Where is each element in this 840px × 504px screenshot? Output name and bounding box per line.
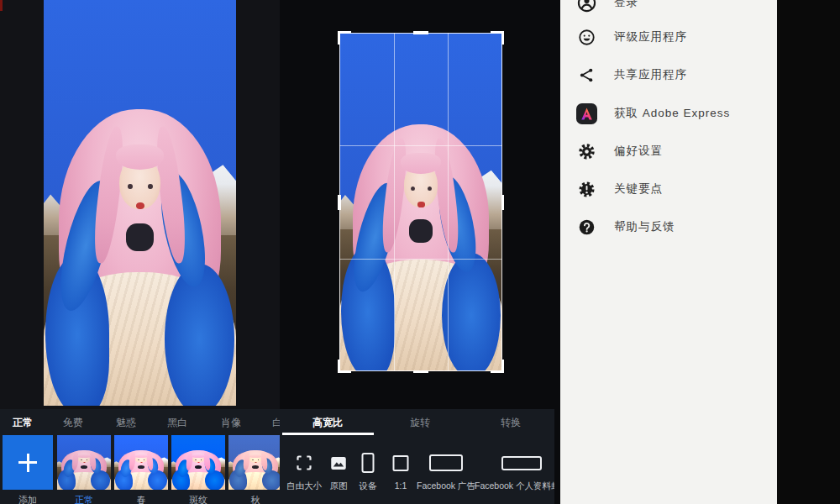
looks-tab-portrait[interactable]: 肖像 [221, 412, 241, 433]
crop-frame[interactable] [339, 33, 502, 371]
menu-item-share-app[interactable]: 共享应用程序 [560, 56, 777, 93]
plus-icon [18, 454, 37, 472]
crop-handle-bottom[interactable] [413, 370, 428, 374]
aspect-1-1[interactable]: 1:1 [393, 453, 409, 491]
aspect-device[interactable]: 设备 [360, 453, 377, 492]
crop-tab-rotate[interactable]: 旋转 [410, 412, 430, 433]
look-thumb-stripe[interactable]: 斑纹 [171, 435, 225, 504]
smiley-icon [575, 26, 597, 48]
add-look-button[interactable] [3, 435, 53, 490]
menu-item-key-points[interactable]: 关键要点 [560, 171, 777, 207]
menu-item-label: 共享应用程序 [614, 67, 687, 82]
aspect-label: 原图 [330, 480, 348, 492]
menu-item-get-adobe-express[interactable]: 获取 Adobe Express [560, 95, 777, 132]
crop-tab-transform[interactable]: 转换 [501, 412, 521, 433]
crop-handle-bottom-right[interactable] [491, 360, 504, 373]
look-thumb-label: 春 [114, 494, 168, 504]
crop-handle-left[interactable] [338, 195, 341, 210]
photo-eye-left [128, 184, 133, 189]
look-thumb-normal[interactable]: 正常 [57, 435, 111, 504]
crop-handle-top[interactable] [413, 31, 428, 34]
free-size-icon [296, 453, 312, 473]
crop-handle-right[interactable] [501, 195, 505, 210]
menu-item-label: 获取 Adobe Express [614, 106, 730, 121]
adobe-express-icon [575, 102, 597, 124]
menu-item-label: 帮助与反馈 [614, 219, 675, 234]
crop-editor-pane: 高宽比 旋转 转换 自由大小 原图 [280, 0, 560, 504]
crop-canvas[interactable] [339, 33, 502, 371]
look-thumb-image [171, 435, 225, 490]
crop-handle-top-left[interactable] [338, 31, 351, 45]
aspect-label: 1:1 [395, 480, 407, 491]
photo-bangs [116, 144, 164, 170]
menu-item-preferences[interactable]: 偏好设置 [560, 133, 777, 170]
share-icon [575, 64, 597, 86]
fb-ad-ratio-icon [429, 453, 463, 473]
looks-tab-free[interactable]: 免费 [63, 412, 83, 433]
photo-hair-blue-bottom-right [165, 264, 234, 406]
photo-eye-right [148, 184, 153, 189]
look-thumb-image [114, 435, 168, 490]
help-icon [575, 216, 597, 238]
look-thumb-image [57, 435, 111, 490]
alert-badge-icon [575, 178, 597, 200]
looks-tab-charm[interactable]: 魅惑 [116, 412, 136, 433]
settings-menu: 登录 评级应用程序 共享应用 [560, 0, 777, 504]
fb-cover-ratio-icon [501, 453, 542, 473]
look-thumb-image [228, 435, 280, 490]
menu-item-rate-app[interactable]: 评级应用程序 [560, 18, 777, 55]
look-thumb-label: 秋 [228, 494, 280, 504]
crop-tab-aspect[interactable]: 高宽比 [312, 412, 343, 433]
aspect-label: Facebook 广告 [417, 480, 475, 492]
gear-icon [575, 140, 597, 162]
device-icon [362, 453, 375, 473]
menu-item-label: 登录 [614, 0, 638, 10]
photo-editor-screen: 正常 免费 魅惑 黑白 肖像 白 添加 正常 春 斑纹 [0, 0, 840, 504]
square-ratio-icon [393, 453, 409, 473]
look-thumb-label: 正常 [57, 494, 111, 504]
aspect-label: Facebook 个人资料封面 [475, 480, 554, 492]
menu-item-label: 偏好设置 [614, 144, 663, 159]
menu-item-help-feedback[interactable]: 帮助与反馈 [560, 208, 777, 245]
photo-lips [136, 202, 144, 209]
original-image-icon [330, 453, 348, 473]
looks-editor-pane: 正常 免费 魅惑 黑白 肖像 白 添加 正常 春 斑纹 [0, 0, 280, 504]
aspect-label: 自由大小 [286, 480, 322, 492]
look-thumb-autumn[interactable]: 秋 [228, 435, 280, 504]
screen-edge-artifact [0, 0, 3, 11]
photo-hair-blue-bottom-right [262, 470, 280, 490]
crop-handle-top-right[interactable] [491, 31, 504, 45]
looks-tab-white[interactable]: 白 [272, 412, 280, 433]
looks-tab-normal[interactable]: 正常 [13, 412, 33, 433]
add-look-label: 添加 [3, 494, 53, 504]
user-icon [575, 0, 597, 13]
look-thumb-spring[interactable]: 春 [114, 435, 168, 504]
aspect-facebook-ad[interactable]: Facebook 广告 [417, 453, 475, 492]
looks-panel: 正常 免费 魅惑 黑白 肖像 白 添加 正常 春 斑纹 [0, 409, 280, 504]
aspect-free-size[interactable]: 自由大小 [286, 453, 322, 492]
main-photo-canvas[interactable] [44, 0, 236, 406]
look-thumb-label: 斑纹 [171, 494, 225, 504]
menu-item-label: 关键要点 [614, 181, 663, 197]
aspect-label: 设备 [360, 480, 377, 492]
looks-tab-bw[interactable]: 黑白 [167, 412, 187, 433]
aspect-facebook-cover[interactable]: Facebook 个人资料封面 [475, 453, 554, 492]
aspect-original[interactable]: 原图 [330, 453, 348, 492]
crop-panel: 高宽比 旋转 转换 自由大小 原图 [280, 409, 554, 504]
photo-hair-blue-bottom-right [205, 470, 224, 490]
photo-collar [126, 223, 153, 252]
crop-handle-bottom-left[interactable] [338, 360, 351, 373]
menu-item-label: 评级应用程序 [614, 29, 687, 45]
active-tab-underline [282, 433, 374, 435]
add-look-cell: 添加 [3, 435, 53, 504]
photo-hair-blue-bottom-right [148, 470, 167, 490]
photo-hair-blue-bottom-right [91, 470, 110, 490]
